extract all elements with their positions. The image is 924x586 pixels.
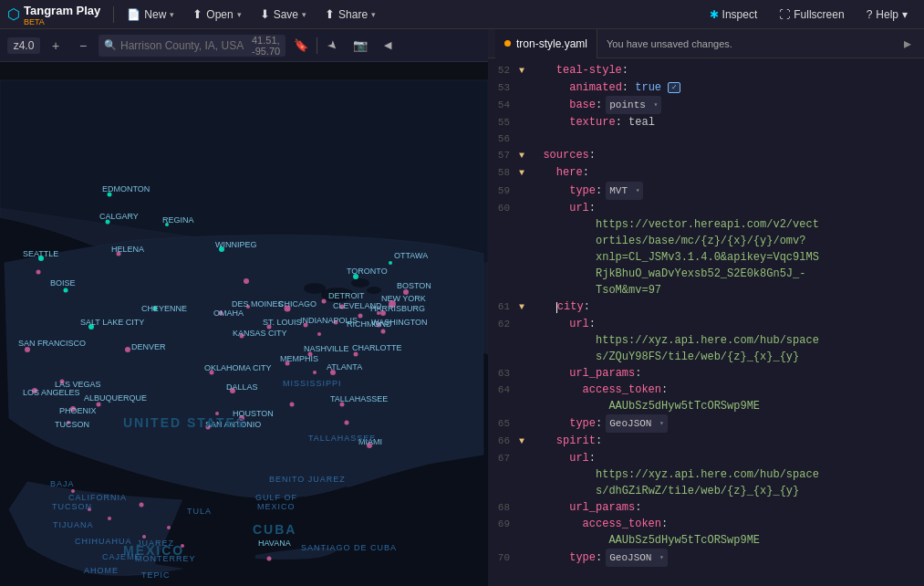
code-line: TsoM&mv=97 bbox=[488, 282, 924, 298]
code-line: 61▼ city: bbox=[488, 298, 924, 316]
map-toolbar: z4.0 + − 🔍 41.51, -95.70 🔖 ➤ 📷 bbox=[0, 29, 488, 62]
svg-point-57 bbox=[140, 503, 144, 508]
line-text: RjkBhuO_waDvYexsb52_S2E0k8Gn5J_- bbox=[530, 266, 920, 282]
code-line: 54 base:points ▾ bbox=[488, 96, 924, 114]
line-text: s/dhGZiRwZ/tile/web/{z}_{x}_{y} bbox=[530, 483, 920, 499]
line-text: url: bbox=[530, 200, 920, 216]
inspect-button[interactable]: ✱ Inspect bbox=[701, 0, 767, 29]
svg-text:MEMPHIS: MEMPHIS bbox=[280, 354, 318, 363]
navigate-button[interactable]: ➤ bbox=[321, 34, 345, 58]
code-line: s/dhGZiRwZ/tile/web/{z}_{x}_{y} bbox=[488, 483, 924, 499]
line-text: access_token: bbox=[530, 516, 920, 532]
svg-point-49 bbox=[381, 330, 386, 334]
line-arrow: ▼ bbox=[519, 165, 530, 182]
camera-button[interactable]: 📷 bbox=[348, 34, 372, 58]
editor-code[interactable]: 52▼ teal-style:53 animated: true ✓54 bas… bbox=[488, 58, 924, 586]
svg-text:WINNIPEG: WINNIPEG bbox=[215, 240, 257, 249]
line-text: https://xyz.api.here.com/hub/space bbox=[530, 466, 920, 483]
svg-text:BAJA: BAJA bbox=[50, 479, 75, 488]
svg-text:TUCSON: TUCSON bbox=[55, 420, 89, 429]
zoom-out-button[interactable]: − bbox=[71, 34, 95, 58]
line-number: 65 bbox=[492, 415, 519, 432]
logo-beta: BETA bbox=[24, 18, 100, 26]
expand-map-button[interactable]: ◀ bbox=[376, 34, 400, 58]
line-text: AAUbSz5dHyw5tTcORSwp9ME bbox=[530, 532, 920, 549]
svg-text:DETROIT: DETROIT bbox=[328, 291, 365, 300]
code-line: 59 type:MVT ▾ bbox=[488, 182, 924, 200]
new-button[interactable]: 📄 New ▾ bbox=[119, 0, 182, 29]
line-text: base:points ▾ bbox=[530, 96, 920, 114]
unsaved-dot bbox=[504, 40, 511, 47]
line-number: 69 bbox=[492, 516, 519, 532]
line-text: here: bbox=[530, 164, 920, 181]
expand-icon: ◀ bbox=[384, 39, 391, 51]
bookmark-button[interactable]: 🔖 bbox=[289, 34, 313, 58]
help-button[interactable]: ? Help ▾ bbox=[857, 0, 917, 29]
map-canvas[interactable]: SEATTLE BOISE SAN FRANCISCO LOS ANGELES … bbox=[0, 62, 488, 586]
svg-text:OTTAWA: OTTAWA bbox=[394, 251, 428, 260]
code-line: AAUbSz5dHyw5tTcORSwp9ME bbox=[488, 398, 924, 414]
svg-point-12 bbox=[97, 403, 101, 407]
line-number: 61 bbox=[492, 298, 519, 315]
svg-text:AHOME: AHOME bbox=[84, 566, 119, 575]
divider bbox=[317, 37, 317, 54]
svg-point-58 bbox=[108, 517, 111, 520]
svg-point-23 bbox=[358, 314, 363, 319]
coord-label: 41.51, -95.70 bbox=[252, 35, 280, 57]
line-number: 56 bbox=[492, 131, 519, 147]
map-area[interactable]: z4.0 + − 🔍 41.51, -95.70 🔖 ➤ 📷 bbox=[0, 29, 488, 586]
svg-text:TIJUANA: TIJUANA bbox=[53, 520, 94, 529]
svg-point-32 bbox=[313, 371, 317, 374]
svg-point-64 bbox=[267, 557, 272, 561]
svg-text:DES MOINES: DES MOINES bbox=[232, 299, 284, 309]
save-icon: ⬇ bbox=[260, 7, 270, 21]
zoom-in-button[interactable]: + bbox=[44, 34, 67, 58]
code-line: 62 url: bbox=[488, 316, 924, 332]
svg-point-5 bbox=[367, 287, 381, 294]
code-line: 64 access_token: bbox=[488, 382, 924, 398]
line-arrow: ▼ bbox=[519, 148, 530, 164]
unsaved-message: You have unsaved changes. bbox=[607, 38, 732, 49]
line-number: 64 bbox=[492, 382, 519, 398]
line-number: 59 bbox=[492, 183, 519, 199]
code-line: s/ZQuY98FS/tile/web/{z}_{x}_{y} bbox=[488, 349, 924, 365]
top-bar: ⬡ Tangram Play BETA 📄 New ▾ ⬆ Open ▾ ⬇ S… bbox=[0, 0, 924, 29]
svg-text:DENVER: DENVER bbox=[131, 342, 166, 351]
line-number: 62 bbox=[492, 316, 519, 332]
editor-tabs: tron-style.yaml You have unsaved changes… bbox=[488, 29, 924, 58]
svg-point-36 bbox=[290, 403, 295, 407]
code-line: 56 bbox=[488, 131, 924, 147]
svg-text:JUAREZ: JUAREZ bbox=[137, 539, 174, 548]
code-line: 65 type:GeoJSON ▾ bbox=[488, 414, 924, 433]
svg-point-59 bbox=[167, 526, 171, 529]
search-icon: 🔍 bbox=[104, 39, 117, 51]
editor-area: tron-style.yaml You have unsaved changes… bbox=[488, 29, 924, 586]
search-input[interactable] bbox=[120, 39, 248, 52]
line-text: xnlp=CL_JSMv3.1.4.0&apikey=Vqc9lMS bbox=[530, 249, 920, 266]
svg-text:WASHINGTON: WASHINGTON bbox=[371, 318, 428, 327]
new-caret: ▾ bbox=[170, 10, 174, 19]
inspect-icon: ✱ bbox=[710, 8, 719, 21]
line-text: type:MVT ▾ bbox=[530, 182, 920, 200]
navigate-icon: ➤ bbox=[325, 37, 341, 53]
svg-point-34 bbox=[345, 421, 349, 425]
share-button[interactable]: ⬆ Share ▾ bbox=[317, 0, 383, 29]
fullscreen-button[interactable]: ⛶ Fullscreen bbox=[770, 0, 853, 29]
svg-text:HELENA: HELENA bbox=[111, 245, 144, 254]
line-number: 54 bbox=[492, 97, 519, 113]
svg-point-15 bbox=[64, 288, 68, 293]
svg-text:REGINA: REGINA bbox=[162, 215, 194, 225]
code-line: 53 animated: true ✓ bbox=[488, 79, 924, 96]
line-text: city: bbox=[530, 298, 920, 315]
line-text: teal-style: bbox=[530, 62, 920, 78]
save-button[interactable]: ⬇ Save ▾ bbox=[253, 0, 314, 29]
code-line: 52▼ teal-style: bbox=[488, 62, 924, 79]
svg-point-13 bbox=[125, 347, 130, 352]
search-box[interactable]: 🔍 41.51, -95.70 bbox=[99, 35, 286, 57]
svg-text:LAS VEGAS: LAS VEGAS bbox=[55, 380, 101, 389]
editor-expand-button[interactable]: ▸ bbox=[898, 35, 917, 53]
open-button[interactable]: ⬆ Open ▾ bbox=[185, 0, 248, 29]
editor-tab-main[interactable]: tron-style.yaml bbox=[495, 29, 597, 58]
svg-text:UNITED STATES: UNITED STATES bbox=[123, 415, 246, 430]
code-line: RjkBhuO_waDvYexsb52_S2E0k8Gn5J_- bbox=[488, 266, 924, 282]
